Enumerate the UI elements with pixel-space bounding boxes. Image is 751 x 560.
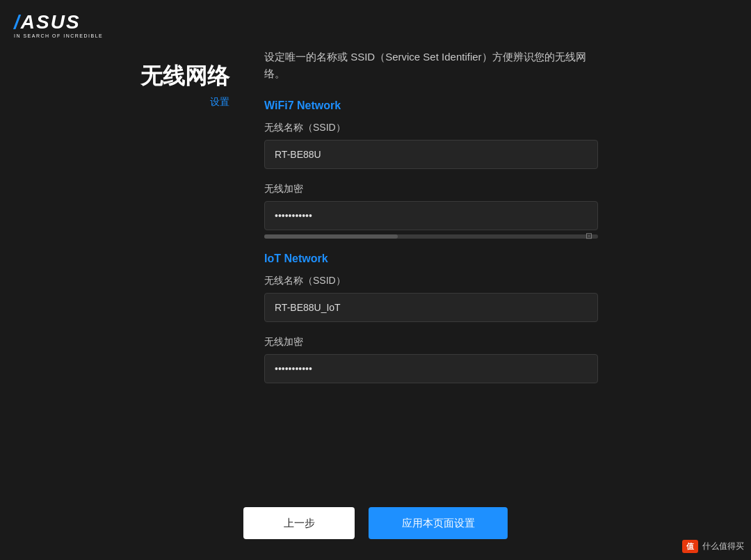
wifi7-ssid-input[interactable] [264,140,598,169]
wifi7-section: WiFi7 Network 无线名称（SSID） 无线加密 ⊡ [264,99,723,239]
asus-slash: / [14,11,21,33]
wifi7-password-input[interactable] [264,201,598,230]
wifi7-password-label: 无线加密 [264,183,723,195]
button-row: 上一步 应用本页面设置 [0,507,751,539]
iot-section-title: IoT Network [264,253,723,265]
wifi7-password-strength-bar: ⊡ [264,234,598,239]
page-description: 设定唯一的名称或 SSID（Service Set Identifier）方便辨… [264,49,598,82]
page-title: 无线网络 [104,63,229,89]
apply-button[interactable]: 应用本页面设置 [369,507,508,539]
main-container: 无线网络 设置 设定唯一的名称或 SSID（Service Set Identi… [0,0,751,560]
page-subtitle: 设置 [104,96,229,109]
iot-ssid-input[interactable] [264,293,598,322]
logo-area: /ASUS IN SEARCH OF INCREDIBLE [14,13,103,38]
asus-logo-text: /ASUS [14,13,81,32]
back-button[interactable]: 上一步 [243,507,355,539]
wifi7-strength-fill [264,234,398,239]
wifi7-strength-icon: ⊡ [586,231,592,241]
iot-password-label: 无线加密 [264,336,723,349]
asus-logo: /ASUS IN SEARCH OF INCREDIBLE [14,13,103,38]
iot-password-input[interactable] [264,354,598,383]
wifi7-ssid-label: 无线名称（SSID） [264,122,723,134]
iot-ssid-label: 无线名称（SSID） [264,275,723,287]
watermark: 值 什么值得买 [682,540,744,553]
iot-section: IoT Network 无线名称（SSID） 无线加密 [264,253,723,387]
watermark-badge: 值 [682,540,698,553]
left-panel: 无线网络 设置 [104,49,243,560]
wifi7-section-title: WiFi7 Network [264,99,723,112]
watermark-text: 什么值得买 [702,541,744,552]
right-panel: 设定唯一的名称或 SSID（Service Set Identifier）方便辨… [243,49,751,522]
asus-tagline: IN SEARCH OF INCREDIBLE [14,33,103,38]
